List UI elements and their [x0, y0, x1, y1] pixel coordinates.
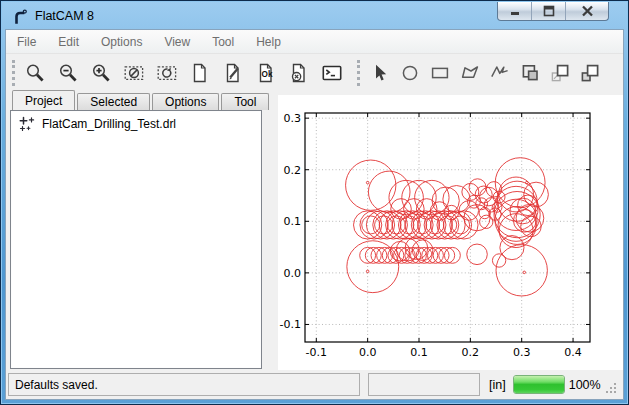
- svg-text:0.1: 0.1: [284, 215, 302, 228]
- menu-item-options[interactable]: Options: [90, 31, 153, 53]
- close-button[interactable]: [566, 2, 608, 20]
- add-path-button[interactable]: [486, 59, 513, 87]
- drill-plot: -0.10.00.10.20.30.4-0.10.00.10.20.3: [278, 95, 623, 370]
- delete-object-icon: [288, 62, 310, 84]
- status-bar: Defaults saved. [in] 100%: [8, 371, 621, 398]
- toolbar-group-geometry: [366, 59, 606, 87]
- add-polygon-icon: [459, 62, 481, 84]
- menu-item-view[interactable]: View: [153, 31, 201, 53]
- caption-buttons: [497, 2, 609, 21]
- toolbar-drag-handle[interactable]: [12, 60, 16, 86]
- tab-tool[interactable]: Tool: [221, 93, 269, 110]
- join-geometry-icon: [579, 62, 601, 84]
- menu-bar: FileEditOptionsViewToolHelp: [6, 30, 623, 54]
- svg-text:0.1: 0.1: [410, 346, 428, 359]
- menu-item-help[interactable]: Help: [245, 31, 292, 53]
- tab-project[interactable]: Project: [12, 90, 75, 110]
- select-button[interactable]: [366, 59, 393, 87]
- zoom-out-button[interactable]: [54, 59, 81, 87]
- shell-icon: [321, 62, 343, 84]
- tab-options[interactable]: Options: [152, 93, 219, 110]
- copy-geometry-button[interactable]: [546, 59, 573, 87]
- maximize-icon: [543, 5, 555, 17]
- app-window: FlatCAM 8 FileEditOptionsViewToolHelp Ok…: [0, 0, 629, 405]
- tree-item-drill-object[interactable]: FlatCam_Drilling_Test.drl: [11, 111, 261, 134]
- svg-text:0.0: 0.0: [359, 346, 377, 359]
- zoom-out-icon: [57, 62, 79, 84]
- maximize-button[interactable]: [532, 2, 566, 20]
- resize-grip-icon[interactable]: [605, 382, 618, 395]
- drill-object-icon: [19, 116, 35, 132]
- union-button[interactable]: [516, 59, 543, 87]
- progress-bar: [513, 375, 565, 394]
- toolbar-drag-handle[interactable]: [357, 60, 361, 86]
- save-object-button[interactable]: Ok: [252, 59, 279, 87]
- copy-geometry-icon: [549, 62, 571, 84]
- open-project-icon: [222, 62, 244, 84]
- tree-item-label: FlatCam_Drilling_Test.drl: [42, 117, 176, 131]
- svg-text:0.3: 0.3: [284, 112, 302, 125]
- replot-button[interactable]: [153, 59, 180, 87]
- add-polygon-button[interactable]: [456, 59, 483, 87]
- menu-item-file[interactable]: File: [6, 31, 47, 53]
- add-rectangle-icon: [429, 62, 451, 84]
- minimize-icon: [509, 5, 521, 17]
- add-circle-button[interactable]: [396, 59, 423, 87]
- add-path-icon: [489, 62, 511, 84]
- toolbar-group-plot: Ok: [21, 59, 351, 87]
- client-area: FileEditOptionsViewToolHelp Ok ProjectSe…: [5, 29, 624, 400]
- minimize-button[interactable]: [498, 2, 532, 20]
- zoom-in-button[interactable]: [87, 59, 114, 87]
- flatcam-logo-icon: [12, 8, 29, 25]
- zoom-fit-icon: [24, 62, 46, 84]
- add-rectangle-button[interactable]: [426, 59, 453, 87]
- progress-percent-label: 100%: [569, 378, 601, 392]
- status-message-panel: Defaults saved.: [8, 373, 360, 396]
- open-project-button[interactable]: [219, 59, 246, 87]
- new-project-button[interactable]: [186, 59, 213, 87]
- svg-text:0.4: 0.4: [564, 346, 582, 359]
- select-icon: [369, 62, 391, 84]
- svg-text:0.3: 0.3: [513, 346, 531, 359]
- add-circle-icon: [399, 62, 421, 84]
- status-secondary-panel: [368, 373, 480, 396]
- svg-text:Ok: Ok: [261, 70, 272, 79]
- project-tree[interactable]: FlatCam_Drilling_Test.drl: [10, 110, 262, 369]
- svg-text:0.0: 0.0: [284, 267, 302, 280]
- zoom-fit-button[interactable]: [21, 59, 48, 87]
- tab-selected[interactable]: Selected: [77, 93, 150, 110]
- progress-bar-fill: [514, 376, 564, 393]
- close-icon: [581, 5, 594, 17]
- tab-bar: ProjectSelectedOptionsTool: [12, 90, 271, 110]
- svg-text:0.2: 0.2: [462, 346, 480, 359]
- zoom-in-icon: [90, 62, 112, 84]
- save-object-icon: Ok: [255, 62, 277, 84]
- clear-plot-icon: [123, 62, 145, 84]
- svg-text:-0.1: -0.1: [306, 346, 327, 359]
- menu-item-edit[interactable]: Edit: [47, 31, 90, 53]
- delete-object-button[interactable]: [285, 59, 312, 87]
- plot-canvas[interactable]: -0.10.00.10.20.30.4-0.10.00.10.20.3: [278, 95, 623, 370]
- new-project-icon: [189, 62, 211, 84]
- svg-text:0.2: 0.2: [284, 164, 302, 177]
- shell-button[interactable]: [318, 59, 345, 87]
- svg-text:-0.1: -0.1: [280, 318, 301, 331]
- units-label: [in]: [489, 378, 506, 392]
- menu-item-tool[interactable]: Tool: [201, 31, 245, 53]
- clear-plot-button[interactable]: [120, 59, 147, 87]
- window-title: FlatCAM 8: [35, 9, 94, 23]
- join-geometry-button[interactable]: [576, 59, 603, 87]
- union-icon: [519, 62, 541, 84]
- status-message: Defaults saved.: [15, 378, 98, 392]
- replot-icon: [156, 62, 178, 84]
- toolbar: Ok: [6, 55, 623, 90]
